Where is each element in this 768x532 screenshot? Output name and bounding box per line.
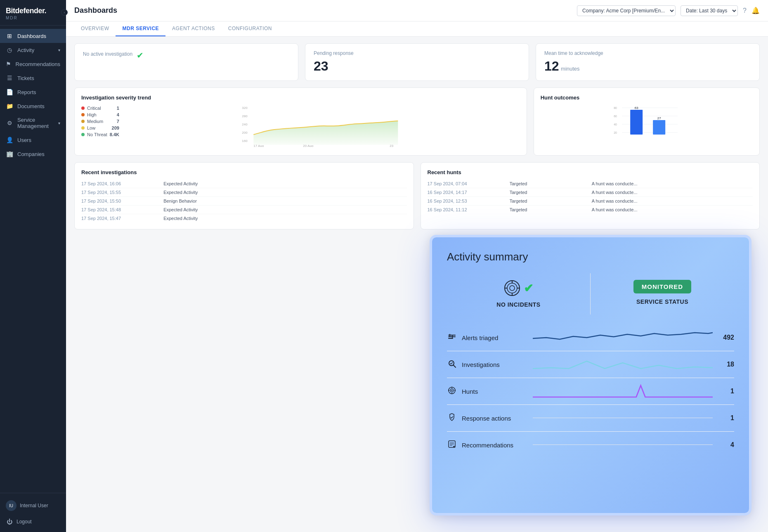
metric-response-actions: Response actions 1	[447, 405, 734, 432]
tabs-bar: OVERVIEW MDR SERVICE AGENT ACTIONS CONFI…	[66, 21, 768, 37]
tab-mdr-service[interactable]: MDR SERVICE	[116, 21, 165, 36]
header-controls: Company: Acme Corp [Premium/En... Date: …	[577, 5, 760, 16]
svg-point-20	[510, 286, 515, 291]
table-row: 17 Sep 2024, 15:48 Expected Activity	[81, 206, 407, 214]
metric-hunts: Hunts 1	[447, 378, 734, 405]
severity-chart-area: 320 280 240 200 160	[128, 106, 520, 149]
svg-text:63: 63	[634, 106, 638, 110]
table-row: 16 Sep 2024, 12:53 Targeted A hunt was c…	[428, 197, 753, 206]
date-selector[interactable]: Date: Last 30 days	[681, 5, 738, 16]
no-threat-count: 8.4K	[110, 132, 119, 137]
svg-text:23: 23	[390, 144, 393, 147]
activity-icon: ◷	[6, 47, 13, 53]
svg-point-19	[507, 283, 517, 293]
radar-icon	[504, 280, 520, 296]
svg-text:27: 27	[657, 116, 661, 120]
recent-row: Recent investigations 17 Sep 2024, 16:06…	[74, 162, 760, 229]
no-incidents-label: NO INCIDENTS	[496, 301, 540, 308]
sidebar-item-label: Documents	[17, 103, 60, 109]
recommendations-chart	[533, 437, 713, 452]
internal-user-item[interactable]: IU Internal User	[0, 497, 66, 515]
tab-overview[interactable]: OVERVIEW	[74, 21, 116, 36]
app-sub: MDR	[6, 16, 60, 20]
alerts-triaged-chart	[533, 330, 713, 345]
sidebar-logo: Bitdefender. MDR	[0, 0, 66, 26]
stat-card-no-active: No active investigation ✔	[74, 43, 298, 81]
severity-critical: Critical 1	[81, 106, 119, 111]
severity-legend: Critical 1 High 4 Medium 7	[81, 106, 119, 144]
no-active-label: No active investigation	[83, 51, 132, 57]
no-threat-label: No Threat	[87, 132, 107, 137]
mean-time-unit: minutes	[561, 66, 580, 72]
sidebar-item-tickets[interactable]: ☰ Tickets	[0, 71, 66, 85]
metric-recommendations: Recommendations 4	[447, 432, 734, 458]
hunt-outcomes-title: Hunt outcomes	[541, 95, 753, 101]
hunts-value: 1	[718, 388, 734, 395]
chevron-down-icon: ▾	[58, 121, 60, 125]
tab-configuration[interactable]: CONFIGURATION	[222, 21, 279, 36]
svg-line-31	[454, 365, 456, 367]
critical-label: Critical	[87, 106, 101, 111]
toggle-icon: ‹	[64, 11, 65, 14]
high-label: High	[87, 112, 97, 117]
sidebar-item-label: Companies	[17, 151, 60, 157]
hunts-icon	[447, 386, 457, 397]
sidebar-item-label: Reports	[17, 89, 60, 95]
sidebar-item-dashboards[interactable]: ⊞ Dashboards	[0, 29, 66, 43]
table-row: 17 Sep 2024, 07:04 Targeted A hunt was c…	[428, 180, 753, 188]
recommendations-value: 4	[718, 441, 734, 449]
pending-value: 23	[314, 59, 520, 74]
svg-text:20: 20	[614, 131, 617, 134]
sidebar-item-label: Tickets	[17, 75, 60, 81]
svg-rect-25	[448, 335, 456, 336]
low-label: Low	[87, 125, 95, 130]
hunt-outcomes-svg: 80 60 40 20 63 27	[541, 106, 753, 143]
svg-text:240: 240	[242, 123, 248, 126]
app-name: Bitdefender.	[6, 7, 60, 15]
sidebar-item-companies[interactable]: 🏢 Companies	[0, 147, 66, 161]
medium-label: Medium	[87, 119, 103, 124]
recommendations-metric-label: Recommendations	[462, 442, 528, 449]
stat-cards-row: No active investigation ✔ Pending respon…	[74, 43, 760, 81]
sidebar-item-documents[interactable]: 📁 Documents	[0, 99, 66, 113]
investigations-label: Investigations	[462, 361, 528, 368]
severity-svg: 320 280 240 200 160	[128, 106, 520, 147]
investigations-value: 18	[718, 361, 734, 368]
metric-investigations: Investigations 18	[447, 351, 734, 378]
svg-text:40: 40	[614, 123, 617, 126]
sidebar-toggle[interactable]: ‹	[61, 9, 68, 16]
tab-agent-actions[interactable]: AGENT ACTIONS	[165, 21, 222, 36]
sidebar-item-recommendations[interactable]: ⚑ Recommendations	[0, 57, 66, 71]
svg-point-34	[451, 390, 453, 391]
logout-item[interactable]: ⏻ Logout	[0, 515, 66, 529]
documents-icon: 📁	[6, 103, 13, 109]
critical-count: 1	[117, 106, 119, 111]
low-count: 209	[112, 125, 119, 130]
logout-icon: ⏻	[6, 518, 13, 525]
area-fill	[253, 121, 398, 145]
sidebar-item-label: Dashboards	[17, 33, 60, 39]
activity-summary-panel: Activity summary ✔ NO INCIDENTS MONITORE…	[430, 235, 751, 515]
table-row: 16 Sep 2024, 11:12 Targeted A hunt was c…	[428, 206, 753, 214]
alerts-triaged-icon	[447, 333, 457, 343]
svg-text:320: 320	[242, 106, 248, 110]
service-status-label: SERVICE STATUS	[636, 298, 688, 305]
alerts-triaged-label: Alerts triaged	[462, 334, 528, 341]
help-icon[interactable]: ?	[743, 7, 747, 14]
chevron-down-icon: ▾	[58, 48, 60, 52]
service-mgmt-icon: ⚙	[6, 120, 13, 126]
medium-count: 7	[117, 119, 119, 124]
notification-icon[interactable]: 🔔	[751, 7, 760, 14]
sidebar-item-service-management[interactable]: ⚙ Service Management ▾	[0, 113, 66, 133]
recent-hunts-card: Recent hunts 17 Sep 2024, 07:04 Targeted…	[421, 162, 760, 229]
svg-text:60: 60	[614, 115, 617, 118]
mean-time-label: Mean time to acknowledge	[544, 50, 751, 56]
low-dot	[81, 126, 85, 130]
activity-summary-top: ✔ NO INCIDENTS MONITORED SERVICE STATUS	[447, 273, 734, 314]
sidebar-item-users[interactable]: 👤 Users	[0, 133, 66, 147]
sidebar-item-reports[interactable]: 📄 Reports	[0, 85, 66, 99]
company-selector[interactable]: Company: Acme Corp [Premium/En...	[577, 5, 676, 16]
sidebar-item-activity[interactable]: ◷ Activity ▾	[0, 43, 66, 57]
internal-user-label: Internal User	[20, 503, 48, 508]
svg-rect-27	[448, 338, 453, 339]
